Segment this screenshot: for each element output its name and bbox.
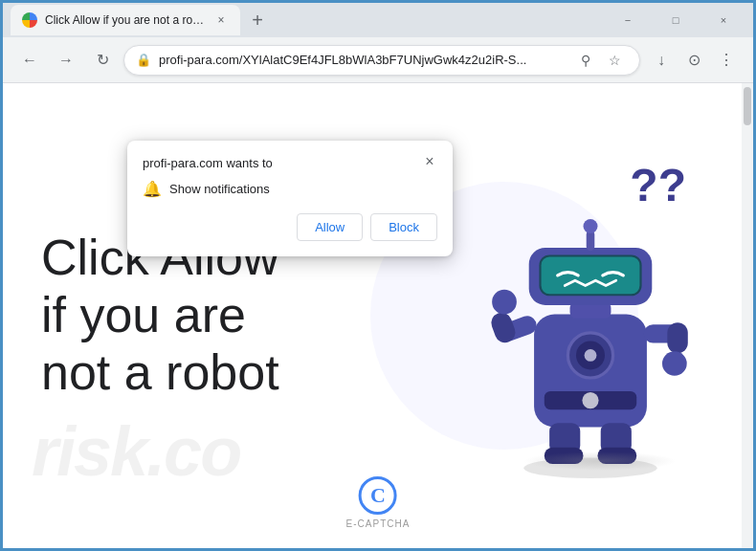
back-button[interactable]: ← <box>14 45 45 76</box>
svg-point-18 <box>584 219 598 233</box>
robot-illustration <box>485 191 696 478</box>
nav-bar: ← → ↻ 🔒 profi-para.com/XYlAlatC9Ef4JFL8b… <box>3 37 753 83</box>
tab-favicon <box>22 12 37 28</box>
title-bar: Click Allow if you are not a robot × + −… <box>3 3 753 37</box>
ecaptcha-logo: C E-CAPTCHA <box>346 476 411 529</box>
new-tab-button[interactable]: + <box>244 7 271 33</box>
forward-button[interactable]: → <box>51 45 81 76</box>
svg-rect-8 <box>488 310 518 346</box>
robot-container: ?? <box>447 153 715 478</box>
svg-rect-16 <box>542 257 640 295</box>
popup-title: profi-para.com wants to <box>143 156 437 170</box>
menu-icon[interactable]: ⋮ <box>711 45 742 76</box>
notification-popup: × profi-para.com wants to 🔔 Show notific… <box>127 141 453 256</box>
search-icon[interactable]: ⚲ <box>572 47 599 74</box>
svg-rect-17 <box>587 231 595 251</box>
toolbar-icons: ↓ ⊙ ⋮ <box>646 45 742 76</box>
scrollbar-thumb[interactable] <box>744 87 751 125</box>
ecaptcha-label: E-CAPTCHA <box>346 518 411 529</box>
bookmark-icon[interactable]: ☆ <box>601 47 628 74</box>
block-button[interactable]: Block <box>370 213 437 241</box>
scrollbar[interactable] <box>742 83 753 548</box>
svg-point-12 <box>662 351 687 376</box>
window-controls: − □ × <box>606 5 745 35</box>
account-icon[interactable]: ⊙ <box>678 45 709 76</box>
window-close-button[interactable]: × <box>701 5 745 35</box>
tab-area: Click Allow if you are not a robot × + <box>11 5 602 35</box>
lock-icon: 🔒 <box>136 53 151 67</box>
address-bar[interactable]: 🔒 profi-para.com/XYlAlatC9Ef4JFL8bWlA3bF… <box>123 45 640 76</box>
reload-button[interactable]: ↻ <box>87 45 118 76</box>
minimize-button[interactable]: − <box>606 5 650 35</box>
popup-notification-text: Show notifications <box>169 182 270 196</box>
address-text: profi-para.com/XYlAlatC9Ef4JFL8bWlA3bF7U… <box>159 53 565 67</box>
maximize-button[interactable]: □ <box>654 5 698 35</box>
tab-title: Click Allow if you are not a robot <box>45 13 206 27</box>
svg-rect-11 <box>667 322 687 353</box>
svg-point-9 <box>492 290 517 315</box>
active-tab[interactable]: Click Allow if you are not a robot × <box>11 5 240 35</box>
popup-close-button[interactable]: × <box>418 150 441 173</box>
svg-point-6 <box>585 349 597 362</box>
page-content: risk.co Click Allow if you are not a rob… <box>3 83 753 548</box>
popup-notification-row: 🔔 Show notifications <box>143 180 437 198</box>
popup-buttons: Allow Block <box>143 213 437 241</box>
address-actions: ⚲ ☆ <box>572 47 628 74</box>
watermark: risk.co <box>32 412 240 491</box>
bell-icon: 🔔 <box>143 180 162 198</box>
download-icon[interactable]: ↓ <box>646 45 677 76</box>
svg-point-3 <box>582 392 598 408</box>
browser-window: Click Allow if you are not a robot × + −… <box>3 3 753 548</box>
allow-button[interactable]: Allow <box>297 213 363 241</box>
ecaptcha-icon: C <box>359 476 397 515</box>
robot-shadow <box>523 452 677 471</box>
tab-close-button[interactable]: × <box>213 12 229 28</box>
